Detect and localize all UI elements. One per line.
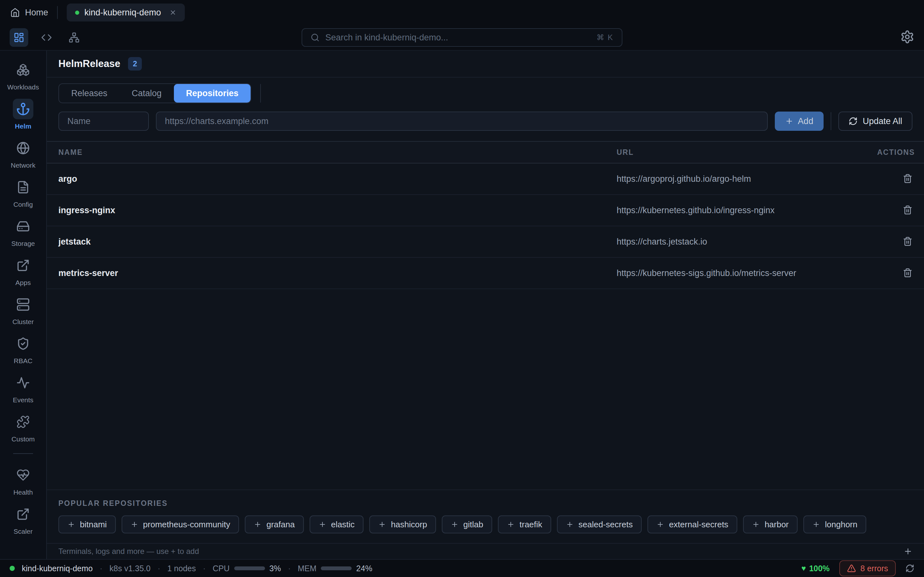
page-title: HelmRelease	[58, 58, 120, 69]
dashboard-view-button[interactable]	[10, 28, 28, 47]
terminal-drawer-bar[interactable]: Terminals, logs and more — use + to add	[47, 543, 924, 559]
delete-repo-button[interactable]	[903, 173, 913, 185]
plus-icon	[785, 117, 793, 125]
main-content: HelmRelease 2 Releases Catalog	[47, 51, 924, 559]
global-search[interactable]: ⌘ K	[302, 28, 622, 47]
delete-repo-button[interactable]	[903, 205, 913, 216]
sidebar-item-label: Config	[13, 201, 33, 208]
popular-repo-chip[interactable]: sealed-secrets	[557, 516, 642, 533]
search-input[interactable]	[325, 33, 591, 43]
chip-label: elastic	[331, 520, 355, 530]
chip-label: traefik	[519, 520, 542, 530]
separator-dot: ·	[203, 564, 205, 573]
sidebar-item-label: Storage	[11, 240, 35, 247]
add-terminal-button[interactable]	[903, 547, 913, 556]
repo-name: metrics-server	[58, 268, 617, 278]
repo-name: jetstack	[58, 237, 617, 247]
mem-label: MEM	[298, 564, 317, 573]
plus-icon	[656, 521, 664, 528]
table-row: ingress-nginx https://kubernetes.github.…	[47, 195, 924, 226]
sidebar-item-label: Events	[13, 396, 33, 404]
popular-repo-chip[interactable]: bitnami	[58, 516, 116, 533]
view-switcher	[10, 28, 83, 47]
toolbar: ⌘ K	[0, 25, 924, 51]
errors-count-label: 8 errors	[861, 564, 888, 573]
popular-repo-chip[interactable]: elastic	[310, 516, 364, 533]
cluster-session-tab[interactable]: kind-kuberniq-demo	[67, 3, 185, 21]
plus-icon	[813, 521, 820, 528]
plus-icon	[131, 521, 138, 528]
chip-label: sealed-secrets	[578, 520, 633, 530]
sidebar-item-label: Custom	[11, 435, 35, 443]
app-window: Home kind-kuberniq-demo ⌘ K	[0, 0, 924, 577]
sidebar-item[interactable]: Events	[7, 372, 39, 404]
sidebar-item[interactable]: Scaler	[13, 504, 33, 535]
delete-repo-button[interactable]	[903, 236, 913, 247]
events-icon	[13, 372, 33, 393]
repo-url: https://kubernetes.github.io/ingress-ngi…	[617, 205, 877, 215]
divider	[57, 6, 58, 19]
update-all-button[interactable]: Update All	[838, 111, 913, 131]
popular-repo-chip[interactable]: gitlab	[442, 516, 492, 533]
popular-repo-chip[interactable]: grafana	[245, 516, 304, 533]
sidebar-item[interactable]: RBAC	[7, 334, 39, 365]
sidebar-item-label: Health	[13, 488, 33, 496]
separator-dot: ·	[158, 564, 160, 573]
config-icon	[13, 177, 33, 197]
sidebar-item[interactable]: Config	[7, 177, 39, 208]
home-button[interactable]: Home	[10, 8, 48, 18]
trash-icon	[903, 268, 913, 278]
repo-url: https://kubernetes-sigs.github.io/metric…	[617, 268, 877, 278]
page-tabs-row: Releases Catalog Repositories	[47, 77, 924, 103]
sidebar-item[interactable]: Workloads	[7, 60, 39, 91]
sidebar-tool-items: Health Scaler	[13, 465, 33, 543]
popular-repo-chip[interactable]: longhorn	[803, 516, 866, 533]
page-tabs: Releases Catalog Repositories	[58, 83, 251, 103]
sidebar-item[interactable]: Apps	[7, 255, 39, 287]
popular-repo-chip[interactable]: hashicorp	[369, 516, 436, 533]
add-repo-button[interactable]: Add	[775, 111, 824, 131]
sidebar-item[interactable]: Network	[7, 138, 39, 169]
chip-label: harbor	[764, 520, 788, 530]
popular-repo-chip[interactable]: prometheus-community	[121, 516, 239, 533]
sidebar-item[interactable]: Helm	[7, 99, 39, 130]
close-tab-icon[interactable]	[170, 9, 176, 16]
page-tab[interactable]: Repositories	[174, 84, 251, 103]
table-row: metrics-server https://kubernetes-sigs.g…	[47, 258, 924, 289]
code-view-button[interactable]	[37, 28, 56, 47]
repo-url-input[interactable]	[156, 111, 768, 131]
rbac-icon	[13, 334, 33, 354]
errors-badge[interactable]: 8 errors	[839, 560, 896, 576]
gear-icon	[900, 30, 914, 44]
plus-icon	[566, 521, 573, 528]
resource-count-badge: 2	[128, 57, 142, 71]
k8s-version: k8s v1.35.0	[110, 564, 150, 573]
refresh-button[interactable]	[905, 564, 914, 573]
page-tab[interactable]: Releases	[59, 84, 120, 103]
helm-icon	[13, 99, 33, 119]
popular-repo-chip[interactable]: harbor	[743, 516, 798, 533]
delete-repo-button[interactable]	[903, 268, 913, 279]
popular-repo-chip[interactable]: traefik	[498, 516, 551, 533]
column-header-name: NAME	[58, 148, 617, 157]
chip-label: longhorn	[825, 520, 857, 530]
sidebar-item[interactable]: Storage	[7, 216, 39, 247]
search-shortcut-hint: ⌘ K	[596, 33, 614, 42]
add-repo-label: Add	[798, 116, 813, 126]
repo-url: https://charts.jetstack.io	[617, 237, 877, 247]
popular-repositories-section: POPULAR REPOSITORIES bitnami prometheus-…	[47, 490, 924, 543]
update-all-label: Update All	[863, 116, 902, 126]
repo-name-input[interactable]	[58, 111, 149, 131]
cpu-meter: CPU 3%	[213, 564, 281, 573]
page-tab[interactable]: Catalog	[120, 84, 174, 103]
sidebar-item[interactable]: Cluster	[7, 294, 39, 326]
cluster-status-dot	[10, 566, 15, 571]
dashboard-grid-icon	[13, 32, 24, 43]
settings-button[interactable]	[900, 30, 914, 44]
sidebar-item[interactable]: Health	[13, 465, 33, 496]
topology-view-button[interactable]	[65, 28, 83, 47]
popular-repo-chip[interactable]: external-secrets	[648, 516, 737, 533]
sitemap-icon	[69, 32, 79, 43]
cluster-name: kind-kuberniq-demo	[22, 564, 93, 573]
sidebar-item[interactable]: Custom	[7, 412, 39, 443]
